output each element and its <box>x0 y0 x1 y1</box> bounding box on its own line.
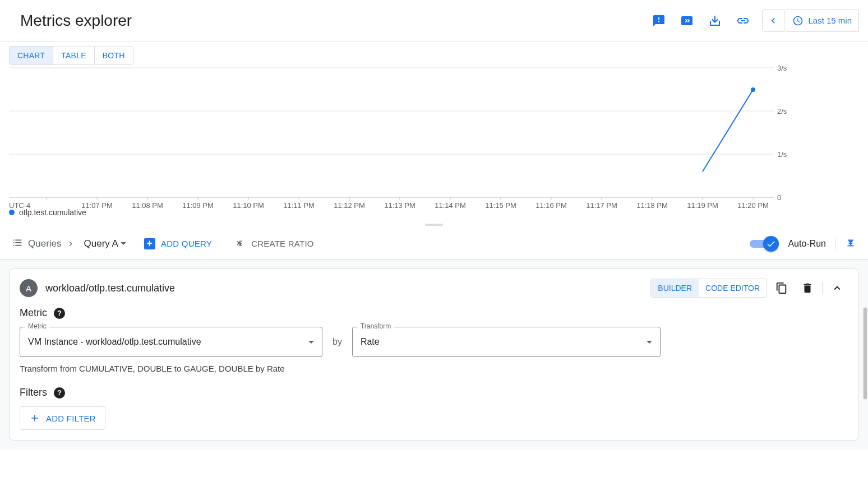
transform-value: Rate <box>361 337 380 347</box>
breadcrumb: Queries Query A <box>11 237 126 251</box>
download-icon[interactable] <box>701 7 728 34</box>
merge-icon <box>234 238 246 249</box>
divider <box>835 237 835 251</box>
delete-button[interactable] <box>796 277 819 299</box>
collapse-all-button[interactable] <box>844 237 857 251</box>
mode-code-tab[interactable]: CODE EDITOR <box>699 279 767 297</box>
x-label-12: 11:19 PM <box>687 201 718 208</box>
query-selector-label: Query A <box>84 238 118 249</box>
filters-section-label: Filters ? <box>20 387 848 399</box>
query-panel-container: A workload/otlp.test.cumulative BUILDER … <box>0 260 868 450</box>
x-label-11: 11:18 PM <box>636 201 668 208</box>
metric-select[interactable]: VM Instance - workload/otlp.test.cumulat… <box>20 327 322 357</box>
feedback-icon[interactable] <box>645 7 672 34</box>
x-label-4: 11:11 PM <box>283 201 315 208</box>
y-tick-2: 2/s <box>777 107 787 115</box>
chart-legend: otlp.test.cumulative <box>0 208 868 221</box>
divider <box>822 281 823 295</box>
data-line <box>703 90 753 172</box>
help-icon[interactable]: ? <box>54 308 65 319</box>
query-selector[interactable]: Query A <box>84 238 126 249</box>
x-label-3: 11:10 PM <box>233 201 264 208</box>
queries-label: Queries <box>28 238 62 249</box>
metric-value: VM Instance - workload/otlp.test.cumulat… <box>28 337 201 347</box>
toggle-thumb <box>763 236 779 252</box>
x-label-7: 11:14 PM <box>435 201 466 208</box>
chart[interactable]: 3/s 2/s 1/s 0 UTC-4 11:07 PM 11:08 PM 11… <box>0 43 868 208</box>
add-filter-label: ADD FILTER <box>46 414 96 423</box>
caret-down-icon <box>647 341 652 344</box>
queries-bar: Queries Query A + ADD QUERY CREATE RATIO… <box>0 228 868 260</box>
list-icon <box>11 237 24 251</box>
x-label-5: 11:12 PM <box>334 201 365 208</box>
create-ratio-button[interactable]: CREATE RATIO <box>234 238 314 249</box>
y-tick-3: 3/s <box>777 64 787 72</box>
query-body: Metric ? Metric VM Instance - workload/o… <box>10 307 858 440</box>
plus-icon: + <box>144 238 155 249</box>
metric-legend: Metric <box>25 322 49 330</box>
header-actions: Last 15 min <box>645 7 859 34</box>
query-badge: A <box>20 279 38 297</box>
x-label-0: 11:07 PM <box>81 201 113 208</box>
transform-select[interactable]: Rate <box>352 327 661 357</box>
chevron-right-icon <box>66 239 75 248</box>
x-label-6: 11:13 PM <box>384 201 415 208</box>
legend-dot-icon <box>9 210 15 215</box>
collapse-button[interactable] <box>826 277 848 299</box>
time-range-button[interactable]: Last 15 min <box>786 10 859 32</box>
transform-legend: Transform <box>358 322 394 330</box>
x-tick-marks <box>47 197 753 200</box>
time-range-back-button[interactable] <box>762 10 784 32</box>
y-tick-1: 1/s <box>777 150 787 159</box>
panel-resize-handle[interactable] <box>0 221 868 228</box>
autorun-toggle[interactable] <box>750 237 779 251</box>
chart-svg: 3/s 2/s 1/s 0 UTC-4 11:07 PM 11:08 PM 11… <box>9 43 859 208</box>
svg-rect-20 <box>848 245 854 246</box>
mode-builder-tab[interactable]: BUILDER <box>651 279 699 297</box>
header: Metrics explorer Last 15 min <box>0 0 868 41</box>
create-ratio-label: CREATE RATIO <box>251 239 314 248</box>
x-label-13: 11:20 PM <box>737 201 769 208</box>
x-label-2: 11:09 PM <box>182 201 214 208</box>
metric-fields: Metric VM Instance - workload/otlp.test.… <box>20 327 848 357</box>
help-icon[interactable]: ? <box>54 387 65 399</box>
autorun-label: Auto-Run <box>788 239 826 249</box>
caret-down-icon <box>121 242 126 245</box>
time-range-label: Last 15 min <box>808 16 852 25</box>
duplicate-button[interactable] <box>770 277 793 299</box>
code-icon[interactable] <box>673 7 700 34</box>
x-label-1: 11:08 PM <box>132 201 163 208</box>
check-icon <box>766 239 776 249</box>
page-title: Metrics explorer <box>20 12 132 30</box>
x-label-10: 11:17 PM <box>586 201 617 208</box>
query-title: workload/otlp.test.cumulative <box>45 282 175 294</box>
data-point <box>751 87 755 92</box>
plus-icon <box>29 413 40 424</box>
metric-section-label: Metric ? <box>20 307 848 319</box>
add-filter-button[interactable]: ADD FILTER <box>20 406 105 430</box>
add-query-label: ADD QUERY <box>161 239 212 248</box>
legend-series-label: otlp.test.cumulative <box>19 208 86 217</box>
mode-tabs: BUILDER CODE EDITOR <box>650 279 767 298</box>
x-label-8: 11:15 PM <box>485 201 516 208</box>
caret-down-icon <box>308 341 314 344</box>
y-tick-0: 0 <box>777 193 781 202</box>
x-label-9: 11:16 PM <box>535 201 567 208</box>
transform-helper-text: Transform from CUMULATIVE, DOUBLE to GAU… <box>20 364 848 373</box>
scrollbar-thumb[interactable] <box>863 307 867 400</box>
query-header: A workload/otlp.test.cumulative BUILDER … <box>10 269 858 307</box>
query-panel: A workload/otlp.test.cumulative BUILDER … <box>9 268 859 441</box>
timezone-label: UTC-4 <box>9 201 30 208</box>
by-label: by <box>333 337 342 347</box>
link-icon[interactable] <box>730 7 756 34</box>
add-query-button[interactable]: + ADD QUERY <box>144 238 212 249</box>
